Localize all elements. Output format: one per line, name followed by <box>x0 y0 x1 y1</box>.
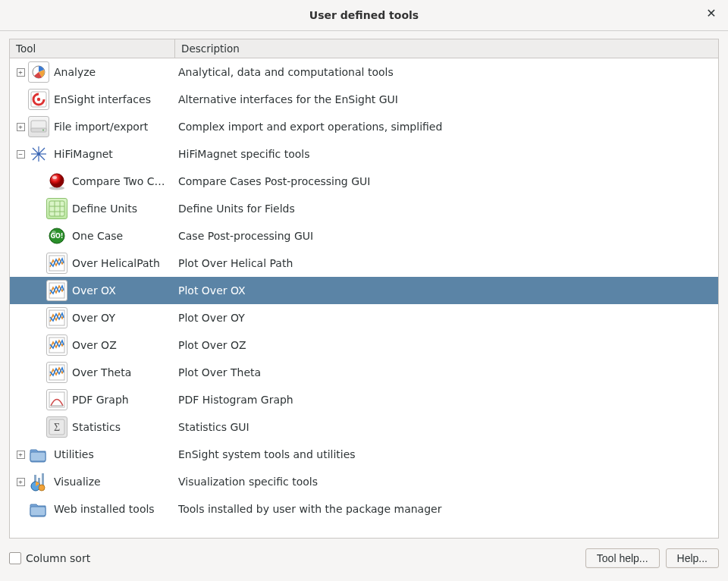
expander-placeholder <box>16 341 25 350</box>
expand-icon[interactable]: + <box>16 122 25 131</box>
tree-row[interactable]: PDF GraphPDF Histogram Graph <box>10 386 718 413</box>
tree-row[interactable]: +VisualizeVisualization specific tools <box>10 468 718 495</box>
tree-row[interactable]: +AnalyzeAnalytical, data and computation… <box>10 58 718 86</box>
help-button[interactable]: Help... <box>666 548 719 568</box>
tree-row-description: Complex import and export operations, si… <box>175 121 718 133</box>
tree-row-description: Visualization specific tools <box>175 476 718 488</box>
tree-row[interactable]: EnSight interfacesAlternative interfaces… <box>10 86 718 113</box>
tree-row[interactable]: GO!One CaseCase Post-processing GUI <box>10 222 718 250</box>
tool-help-button[interactable]: Tool help... <box>585 548 660 568</box>
tree-row-label: Compare Two C… <box>72 175 165 187</box>
plot-icon <box>46 334 67 356</box>
expander-placeholder <box>16 286 25 295</box>
close-icon[interactable]: ✕ <box>704 6 719 21</box>
plot-icon <box>46 253 67 274</box>
tree-row-label: HiFiMagnet <box>54 148 113 160</box>
ensight-icon <box>28 89 49 110</box>
tree-row-description: Plot Over Theta <box>175 366 718 378</box>
tree-row-label: Over Theta <box>72 366 131 378</box>
tree-row-tool-cell: PDF Graph <box>10 389 175 410</box>
tree-row-description: Plot Over OZ <box>175 339 718 351</box>
tree-row-description: Compare Cases Post-processing GUI <box>175 175 718 187</box>
analyze-icon <box>28 61 49 83</box>
tree-row-tool-cell: Define Units <box>10 198 175 219</box>
tree-row-description: Define Units for Fields <box>175 203 718 215</box>
tree-row[interactable]: +UtilitiesEnSight system tools and utili… <box>10 441 718 468</box>
tree-row[interactable]: ΣStatisticsStatistics GUI <box>10 413 718 441</box>
folder-icon <box>28 444 49 465</box>
svg-point-36 <box>39 485 45 491</box>
tree-row-tool-cell: EnSight interfaces <box>10 89 175 110</box>
expander-placeholder <box>16 395 25 404</box>
tree-row-tool-cell: +File import/export <box>10 116 175 137</box>
tree-row-description: Plot Over Helical Path <box>175 257 718 269</box>
tree-row-tool-cell: Over OX <box>10 280 175 301</box>
tree-row-label: Over HelicalPath <box>72 257 160 269</box>
tree-row-label: EnSight interfaces <box>54 93 151 105</box>
hifi-icon <box>28 143 49 165</box>
tree-row-description: Plot Over OY <box>175 312 718 324</box>
column-header-tool[interactable]: Tool <box>10 39 175 58</box>
tree-row[interactable]: Web installed toolsTools installed by us… <box>10 495 718 523</box>
tree-row-label: Web installed tools <box>54 503 155 515</box>
tree-row[interactable]: Over OYPlot Over OY <box>10 304 718 331</box>
tree-view[interactable]: +AnalyzeAnalytical, data and computation… <box>10 58 718 538</box>
expander-placeholder <box>16 95 25 104</box>
tree-row[interactable]: Over OZPlot Over OZ <box>10 331 718 359</box>
tree-row[interactable]: Compare Two C…Compare Cases Post-process… <box>10 168 718 195</box>
drive-icon <box>28 116 49 137</box>
onecase-icon: GO! <box>46 225 67 247</box>
svg-rect-34 <box>42 473 44 485</box>
tree-row[interactable]: −HiFiMagnetHiFiMagnet specific tools <box>10 140 718 168</box>
expander-placeholder <box>16 231 25 240</box>
checkbox-box-icon <box>9 552 21 564</box>
tree-panel: Tool Description +AnalyzeAnalytical, dat… <box>9 39 719 539</box>
expander-placeholder <box>16 177 25 186</box>
tree-row-tool-cell: ΣStatistics <box>10 416 175 438</box>
expander-placeholder <box>16 313 25 322</box>
tree-row-tool-cell: GO!One Case <box>10 225 175 247</box>
expand-icon[interactable]: + <box>16 477 25 486</box>
tree-row[interactable]: +File import/exportComplex import and ex… <box>10 113 718 140</box>
column-header-description[interactable]: Description <box>175 39 718 58</box>
svg-point-2 <box>37 98 40 101</box>
tree-row-tool-cell: Over OY <box>10 307 175 328</box>
tree-row-tool-cell: Over HelicalPath <box>10 253 175 274</box>
collapse-icon[interactable]: − <box>16 149 25 159</box>
column-sort-checkbox[interactable]: Column sort <box>9 552 90 564</box>
window-title: User defined tools <box>309 9 419 21</box>
tree-row-tool-cell: −HiFiMagnet <box>10 143 175 165</box>
tree-row-label: File import/export <box>54 121 148 133</box>
expand-icon[interactable]: + <box>16 450 25 459</box>
define-icon <box>46 198 67 219</box>
stats-icon: Σ <box>46 416 67 438</box>
plot-icon <box>46 307 67 328</box>
tree-row-description: Analytical, data and computational tools <box>175 66 718 78</box>
tree-row-label: Define Units <box>72 203 137 215</box>
tree-row[interactable]: Define UnitsDefine Units for Fields <box>10 195 718 222</box>
expander-placeholder <box>16 504 25 513</box>
tree-row-description: Tools installed by user with the package… <box>175 503 718 515</box>
tree-row-label: Utilities <box>54 448 94 460</box>
tree-row-label: One Case <box>72 230 123 242</box>
visual-icon <box>28 471 49 492</box>
window: User defined tools ✕ Tool Description +A… <box>0 0 728 581</box>
tree-row-label: Visualize <box>54 476 101 488</box>
tree-row[interactable]: Over HelicalPathPlot Over Helical Path <box>10 250 718 277</box>
expand-icon[interactable]: + <box>16 68 25 77</box>
folder-icon <box>28 498 49 520</box>
svg-text:GO!: GO! <box>50 233 63 240</box>
svg-text:Σ: Σ <box>54 422 60 433</box>
tree-row-tool-cell: Compare Two C… <box>10 171 175 192</box>
footer: Column sort Tool help... Help... <box>9 543 719 573</box>
svg-rect-14 <box>49 201 64 216</box>
tree-row[interactable]: Over ThetaPlot Over Theta <box>10 359 718 386</box>
tree-row[interactable]: Over OXPlot Over OX <box>10 277 718 304</box>
column-headers: Tool Description <box>10 39 718 58</box>
svg-point-13 <box>52 176 57 179</box>
svg-point-10 <box>37 152 40 155</box>
tree-row-description: PDF Histogram Graph <box>175 394 718 406</box>
tree-row-description: Statistics GUI <box>175 421 718 433</box>
tree-row-description: EnSight system tools and utilities <box>175 448 718 460</box>
expander-placeholder <box>16 204 25 213</box>
